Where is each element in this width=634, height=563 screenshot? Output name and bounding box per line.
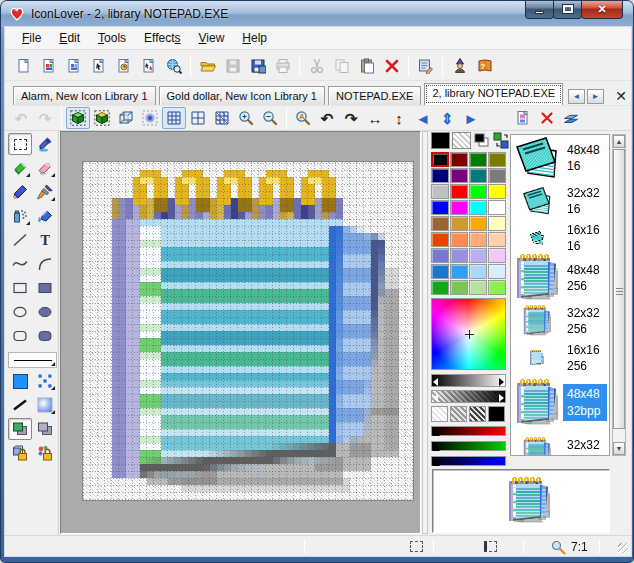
opacity-swatch-1[interactable] [431,406,448,422]
format-item-16x16-16[interactable]: 16x1616 [511,221,609,255]
opacity-swatch-3[interactable] [469,406,486,422]
scroll-up-button[interactable]: ▲ [613,135,625,148]
palette-color-007b7b[interactable] [469,168,487,183]
find-icons-button[interactable] [161,54,186,78]
shift-right-button[interactable]: ► [459,107,483,129]
palette-color-78c858[interactable] [450,280,468,295]
rectangle-tool[interactable] [8,277,32,299]
palette-color-a8d8f8[interactable] [469,264,487,279]
hsv-color-field[interactable] [431,298,506,370]
swap-colors-button[interactable] [492,132,509,149]
eraser-tool[interactable] [8,157,32,179]
palette-color-007b00[interactable] [469,152,487,167]
line-sample-tool[interactable] [8,394,32,416]
airbrush-tool[interactable] [8,205,32,227]
palette-color-30a0f0[interactable] [450,264,468,279]
lock-drawing-tool[interactable] [8,442,32,464]
arc-tool[interactable] [33,253,57,275]
palette-color-0000ff[interactable] [431,200,449,215]
palette-color-ffff00[interactable] [488,184,506,199]
format-item-48x48-32bpp[interactable]: 48x4832bpp [511,375,609,430]
selection-opaque-button[interactable] [66,107,90,129]
opacity-slider[interactable] [431,390,506,403]
menu-effects[interactable]: Effects [135,28,189,48]
gradient-tool[interactable] [33,394,57,416]
pixel-editor-canvas[interactable] [82,161,414,501]
new-image-button[interactable] [11,54,36,78]
curve-tool[interactable] [8,253,32,275]
next-tab-button[interactable]: ► [587,89,604,104]
new-animated-icon-button[interactable] [111,54,136,78]
new-icon-button[interactable] [36,54,61,78]
palette-color-ffffff[interactable] [488,200,506,215]
minimize-button[interactable] [525,0,554,19]
grid-large-button[interactable] [186,107,210,129]
line-width-selector[interactable] [8,352,57,368]
menu-help[interactable]: Help [233,28,276,48]
titlebar[interactable]: IconLover - 2, library NOTEPAD.EXE ✕ [1,1,633,27]
palette-color-7878d0[interactable] [431,248,449,263]
primary-color-swatch[interactable] [431,132,450,149]
overlap-copy-tool[interactable] [8,418,32,440]
opacity-swatch-2[interactable] [450,406,467,422]
palette-color-ff0000[interactable] [450,184,468,199]
format-item-32x32-32bpp[interactable]: 32x3232bpp [511,430,609,456]
shift-vertical-button[interactable]: ⇕ [435,107,459,129]
resize-grip[interactable] [618,543,628,553]
rounded-rectangle-tool[interactable] [8,325,32,347]
palette-color-7b007b[interactable] [450,168,468,183]
layers-button[interactable] [559,107,583,129]
palette-color-9890e0[interactable] [450,248,468,263]
color-swatch-tool[interactable] [8,370,32,392]
flip-vertical-button[interactable]: ↕ [387,107,411,129]
lock-colors-tool[interactable] [33,442,57,464]
text-tool[interactable]: T [33,229,57,251]
open-button[interactable] [195,54,220,78]
image-properties-button[interactable] [413,54,438,78]
scroll-down-button[interactable]: ▼ [613,442,625,455]
copy-button[interactable] [329,54,354,78]
new-icon-library-button[interactable] [61,54,86,78]
palette-color-00007b[interactable] [431,168,449,183]
format-item-32x32-256[interactable]: 32x32256 [511,301,609,341]
delete-button[interactable] [379,54,404,78]
view-3d-button[interactable] [114,107,138,129]
new-format-image-button[interactable] [511,107,535,129]
overlap-paste-tool[interactable] [33,418,57,440]
close-button[interactable]: ✕ [581,0,623,19]
palette-color-d8ecfc[interactable] [488,264,506,279]
palette-color-f0c8f8[interactable] [488,248,506,263]
rotate-left-button[interactable]: ↶ [315,107,339,129]
blue-slider[interactable] [431,456,506,466]
menu-edit[interactable]: Edit [50,28,89,48]
menu-view[interactable]: View [190,28,234,48]
brightness-slider[interactable] [431,374,506,387]
format-item-16x16-256[interactable]: 16x16256 [511,341,609,375]
palette-color-00ff00[interactable] [469,184,487,199]
save-all-button[interactable] [245,54,270,78]
format-item-48x48-256[interactable]: 48x48256 [511,255,609,301]
palette-color-ffa878[interactable] [469,232,487,247]
help-book-button[interactable]: ? [472,54,497,78]
formats-scrollbar[interactable]: ▲ ▼ [612,134,626,456]
palette-color-e04800[interactable] [431,232,449,247]
shift-left-button[interactable]: ◄ [411,107,435,129]
select-rectangle-tool[interactable] [8,133,32,155]
format-item-32x32-16[interactable]: 32x3216 [511,181,609,221]
undo-button[interactable]: ↶ [9,107,33,129]
tab-1[interactable]: Alarm, New Icon Library 1 [13,86,156,105]
brush-tool[interactable] [33,181,57,203]
tab-4[interactable]: 2, library NOTEPAD.EXE [424,83,563,105]
palette-color-ff8a50[interactable] [450,232,468,247]
fill-tool[interactable] [33,205,57,227]
delete-format-image-button[interactable] [535,107,559,129]
palette-color-ff00ff[interactable] [450,200,468,215]
zoom-out-button[interactable] [258,107,282,129]
filled-ellipse-tool[interactable] [33,301,57,323]
print-button[interactable] [270,54,295,78]
menu-tools[interactable]: Tools [89,28,135,48]
ellipse-tool[interactable] [8,301,32,323]
maximize-button[interactable] [553,0,582,19]
rotate-right-button[interactable]: ↷ [339,107,363,129]
palette-color-000000[interactable] [431,152,449,167]
